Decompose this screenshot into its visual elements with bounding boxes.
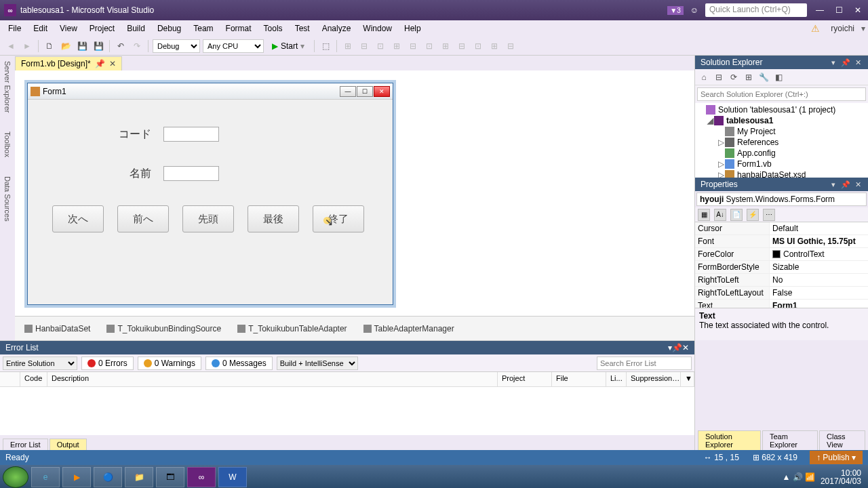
pin-icon[interactable]: 📌 (95, 59, 105, 68)
doc-tab-form1[interactable]: Form1.vb [Design]* 📌 ✕ (15, 56, 122, 70)
textbox-name[interactable] (163, 166, 219, 181)
showall-icon[interactable]: ⊞ (743, 71, 755, 83)
error-pin-icon[interactable]: 📌 (672, 343, 682, 352)
panel-pin-icon[interactable]: 📌 (841, 58, 850, 67)
taskbar-word[interactable]: W (218, 467, 247, 487)
collapse-icon[interactable]: ⊟ (713, 71, 725, 83)
col-file[interactable]: File (552, 372, 606, 386)
user-menu[interactable]: ryoichi (825, 22, 860, 35)
start-button[interactable]: ▶Start▾ (267, 40, 310, 52)
menu-help[interactable]: Help (399, 22, 427, 35)
solution-tree[interactable]: Solution 'tablesousa1' (1 project) ◢tabl… (695, 103, 868, 178)
maximize-button[interactable]: ☐ (833, 4, 845, 16)
taskbar-chrome[interactable]: 🔵 (94, 467, 122, 487)
save-all-button[interactable]: 💾 (92, 39, 105, 53)
preview-icon[interactable]: ◧ (772, 71, 785, 83)
tree-dataset[interactable]: ▷hanbaiDataSet.xsd (695, 169, 868, 178)
system-tray[interactable]: ▲ 🔊 📶 10:002017/04/03 (778, 469, 865, 485)
col-code[interactable]: Code (20, 372, 47, 386)
tree-project[interactable]: ◢tablesousa1 (695, 115, 868, 126)
menu-debug[interactable]: Debug (152, 22, 186, 35)
feedback-icon[interactable]: ☺ (690, 5, 698, 15)
menu-view[interactable]: View (54, 22, 83, 35)
form-body[interactable]: コード 名前 次へ 前へ 先頭 最後 終了 (28, 100, 393, 246)
col-description[interactable]: Description (47, 372, 498, 386)
publish-button[interactable]: ↑ Publish ▾ (810, 451, 863, 464)
property-row[interactable]: RightToLeftNo (695, 274, 868, 287)
alphabetical-icon[interactable]: A↓ (714, 209, 726, 221)
user-dropdown-icon[interactable]: ▾ (861, 24, 865, 33)
warnings-filter[interactable]: 0 Warnings (138, 357, 201, 370)
taskbar-media[interactable]: ▶ (62, 467, 91, 487)
nav-fwd-button[interactable]: ► (20, 39, 34, 53)
align-button[interactable]: ⬚ (319, 39, 332, 53)
col-suppression[interactable]: Suppression… (627, 372, 681, 386)
data-sources-tab[interactable]: Data Sources (2, 174, 13, 224)
undo-button[interactable]: ↶ (114, 39, 127, 53)
menu-format[interactable]: Format (220, 22, 257, 35)
button-first[interactable]: 先頭 (182, 205, 234, 232)
redo-button[interactable]: ↷ (130, 39, 144, 53)
toolbox-tab[interactable]: Toolbox (2, 129, 13, 160)
properties-object-selector[interactable]: hyouji System.Windows.Forms.Form (696, 192, 867, 206)
properties-grid[interactable]: CursorDefaultFontMS UI Gothic, 15.75ptFo… (695, 222, 868, 308)
taskbar-ie[interactable]: e (31, 467, 60, 487)
tab-class-view[interactable]: Class View (819, 430, 865, 450)
menu-team[interactable]: Team (188, 22, 218, 35)
error-search-input[interactable] (597, 357, 692, 370)
menu-file[interactable]: File (3, 22, 26, 35)
property-row[interactable]: RightToLeftLayoutFalse (695, 287, 868, 300)
col-icon[interactable] (0, 372, 20, 386)
new-project-button[interactable]: 🗋 (43, 39, 56, 53)
property-row[interactable]: TextForm1 (695, 300, 868, 308)
property-row[interactable]: FormBorderStyleSizable (695, 261, 868, 274)
refresh-icon[interactable]: ⟳ (728, 71, 740, 83)
menu-edit[interactable]: Edit (28, 22, 53, 35)
menu-project[interactable]: Project (84, 22, 120, 35)
categorized-icon[interactable]: ▦ (698, 209, 710, 221)
button-next[interactable]: 次へ (52, 205, 104, 232)
taskbar-explorer[interactable]: 📁 (125, 467, 153, 487)
close-button[interactable]: ✕ (852, 4, 864, 16)
props-extra-icon[interactable]: ⋯ (763, 209, 775, 221)
property-row[interactable]: CursorDefault (695, 222, 868, 235)
props-pin-icon[interactable]: 📌 (841, 180, 850, 189)
tab-solution-explorer[interactable]: Solution Explorer (698, 430, 761, 450)
tree-references[interactable]: ▷References (695, 137, 868, 148)
error-list-body[interactable] (0, 387, 694, 435)
props-page-icon[interactable]: 📄 (730, 209, 743, 221)
designer-canvas[interactable]: Form1 — ☐ ✕ コード 名前 (15, 70, 694, 316)
tree-solution[interactable]: Solution 'tablesousa1' (1 project) (695, 104, 868, 115)
tab-team-explorer[interactable]: Team Explorer (762, 430, 818, 450)
button-exit[interactable]: 終了 (313, 205, 364, 232)
col-filter-icon[interactable]: ▼ (681, 372, 694, 386)
component-bindingsource[interactable]: T_TokuikubunBindingSource (106, 324, 221, 333)
props-close-icon[interactable]: ✕ (853, 180, 863, 189)
tab-error-list[interactable]: Error List (3, 439, 48, 450)
textbox-code[interactable] (163, 127, 219, 142)
panel-close-icon[interactable]: ✕ (853, 58, 863, 67)
notification-badge[interactable]: ▼3 (667, 6, 683, 15)
error-close-icon[interactable]: ✕ (682, 343, 689, 352)
component-tableadapter[interactable]: T_TokuikubunTableAdapter (237, 324, 347, 333)
errors-filter[interactable]: 0 Errors (81, 357, 134, 370)
label-code[interactable]: コード (48, 127, 163, 142)
component-manager[interactable]: TableAdapterManager (363, 324, 454, 333)
save-button[interactable]: 💾 (75, 39, 89, 53)
nav-back-button[interactable]: ◄ (4, 39, 18, 53)
quick-launch-input[interactable]: Quick Launch (Ctrl+Q) (705, 3, 807, 17)
form-designer-window[interactable]: Form1 — ☐ ✕ コード 名前 (27, 83, 393, 305)
menu-tools[interactable]: Tools (258, 22, 288, 35)
menu-build[interactable]: Build (121, 22, 151, 35)
button-prev[interactable]: 前へ (117, 205, 169, 232)
config-select[interactable]: Debug (153, 39, 200, 53)
property-row[interactable]: ForeColorControlText (695, 248, 868, 261)
tree-myproject[interactable]: My Project (695, 126, 868, 137)
panel-dropdown-icon[interactable]: ▾ (829, 58, 838, 67)
messages-filter[interactable]: 0 Messages (205, 357, 273, 370)
events-icon[interactable]: ⚡ (747, 209, 759, 221)
menu-analyze[interactable]: Analyze (317, 22, 357, 35)
taskbar-vs[interactable]: ∞ (187, 467, 216, 487)
start-button-win[interactable] (3, 466, 28, 488)
warning-icon[interactable]: ⚠ (811, 23, 820, 34)
